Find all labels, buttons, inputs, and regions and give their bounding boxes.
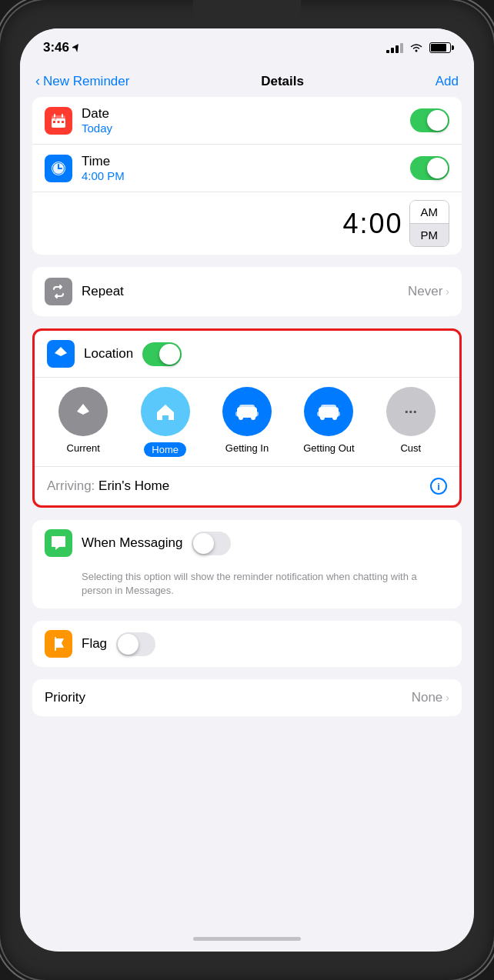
svg-rect-4 — [62, 114, 63, 118]
location-card: Location Current — [32, 328, 462, 508]
flag-icon — [45, 630, 72, 658]
svg-rect-7 — [62, 121, 64, 123]
phone-screen: 3:46 — [20, 28, 474, 952]
time-row: Time 4:00 PM — [32, 144, 462, 192]
location-icon — [47, 340, 75, 368]
date-label: Date — [82, 106, 401, 122]
repeat-value: Never — [408, 284, 442, 299]
time-display: 3:46 — [43, 40, 69, 55]
date-time-card: S Date Today — [32, 97, 462, 255]
location-row: Location — [35, 331, 459, 377]
signal-bars-icon — [386, 42, 403, 53]
priority-value-group: None › — [412, 690, 449, 705]
scroll-content: S Date Today — [20, 97, 474, 925]
getting-in-label: Getting In — [225, 442, 269, 454]
custom-icon: ··· — [386, 387, 436, 436]
repeat-card: Repeat Never › — [32, 267, 462, 316]
messaging-row: When Messaging — [32, 520, 462, 566]
svg-rect-5 — [53, 121, 55, 123]
arriving-value: Erin's Home — [98, 478, 169, 493]
date-row: S Date Today — [32, 97, 462, 144]
home-label: Home — [144, 442, 186, 457]
time-toggle[interactable] — [410, 156, 449, 180]
back-button[interactable]: ‹ New Reminder — [35, 73, 129, 89]
home-indicator — [20, 925, 474, 952]
location-option-home[interactable]: Home — [124, 387, 205, 457]
svg-rect-25 — [55, 637, 56, 651]
flag-toggle[interactable] — [116, 632, 155, 656]
arriving-label: Arriving: — [47, 478, 95, 493]
date-toggle[interactable] — [410, 108, 449, 132]
messaging-toggle[interactable] — [192, 532, 231, 555]
getting-out-icon — [304, 387, 353, 436]
location-toggle[interactable] — [142, 342, 182, 366]
messaging-card: When Messaging Selecting this option wil… — [32, 520, 462, 608]
svg-point-16 — [251, 415, 255, 420]
back-label[interactable]: New Reminder — [43, 74, 129, 89]
current-icon — [58, 387, 108, 436]
svg-point-0 — [416, 49, 418, 52]
repeat-value-group: Never › — [408, 284, 449, 299]
svg-rect-6 — [58, 121, 60, 123]
repeat-row[interactable]: Repeat Never › — [32, 267, 462, 316]
svg-rect-18 — [255, 412, 259, 416]
svg-rect-23 — [317, 412, 320, 416]
time-icon — [45, 155, 72, 182]
location-label: Location — [84, 346, 133, 362]
battery-icon — [429, 42, 451, 53]
location-option-getting-in[interactable]: Getting In — [206, 387, 288, 457]
svg-point-22 — [332, 415, 337, 420]
date-value: Today — [82, 122, 401, 135]
flag-card: Flag — [32, 621, 462, 667]
status-icons — [386, 42, 451, 55]
time-picker: 4:00 AM PM — [32, 192, 462, 255]
messaging-label: When Messaging — [82, 535, 182, 551]
messaging-description: Selecting this option will show the remi… — [32, 566, 462, 608]
location-options: Current Home — [35, 377, 459, 466]
phone-frame: 3:46 — [0, 0, 494, 980]
flag-label: Flag — [82, 636, 107, 652]
ampm-selector[interactable]: AM PM — [409, 200, 450, 247]
svg-rect-24 — [337, 412, 340, 416]
status-bar: 3:46 — [20, 28, 474, 67]
info-icon[interactable]: i — [430, 478, 447, 495]
getting-in-icon — [222, 387, 272, 436]
time-label: Time — [82, 154, 401, 169]
flag-row: Flag — [32, 621, 462, 667]
time-value: 4:00 PM — [82, 169, 401, 182]
home-icon — [141, 387, 190, 436]
priority-card: Priority None › — [32, 679, 462, 716]
arriving-text: Arriving: Erin's Home — [47, 478, 424, 494]
repeat-chevron-icon: › — [446, 285, 449, 298]
status-time: 3:46 — [43, 40, 80, 55]
arriving-row: Arriving: Erin's Home i — [35, 466, 459, 505]
priority-label: Priority — [45, 690, 85, 705]
custom-label: Cust — [400, 442, 421, 454]
wifi-icon — [409, 42, 423, 55]
priority-chevron-icon: › — [446, 692, 449, 704]
add-button[interactable]: Add — [436, 74, 459, 89]
svg-rect-14 — [239, 405, 255, 411]
priority-value: None — [412, 690, 443, 705]
repeat-icon — [45, 278, 72, 305]
location-option-custom[interactable]: ··· Cust — [370, 387, 452, 457]
repeat-label: Repeat — [82, 284, 124, 299]
notch — [193, 0, 301, 25]
svg-point-21 — [320, 415, 325, 420]
getting-out-label: Getting Out — [303, 442, 354, 454]
messaging-icon — [45, 529, 72, 557]
home-bar — [193, 937, 301, 941]
am-button[interactable]: AM — [410, 201, 449, 224]
time-content: Time 4:00 PM — [82, 154, 401, 182]
date-icon: S — [45, 107, 72, 135]
pm-button[interactable]: PM — [410, 224, 449, 246]
page-title: Details — [261, 74, 304, 89]
date-content: Date Today — [82, 106, 401, 135]
svg-rect-17 — [235, 412, 239, 416]
location-option-current[interactable]: Current — [42, 387, 124, 457]
back-chevron-icon: ‹ — [35, 73, 40, 89]
time-picker-display[interactable]: 4:00 — [342, 208, 402, 240]
location-option-getting-out[interactable]: Getting Out — [288, 387, 369, 457]
svg-point-15 — [239, 415, 243, 420]
priority-row[interactable]: Priority None › — [32, 679, 462, 716]
